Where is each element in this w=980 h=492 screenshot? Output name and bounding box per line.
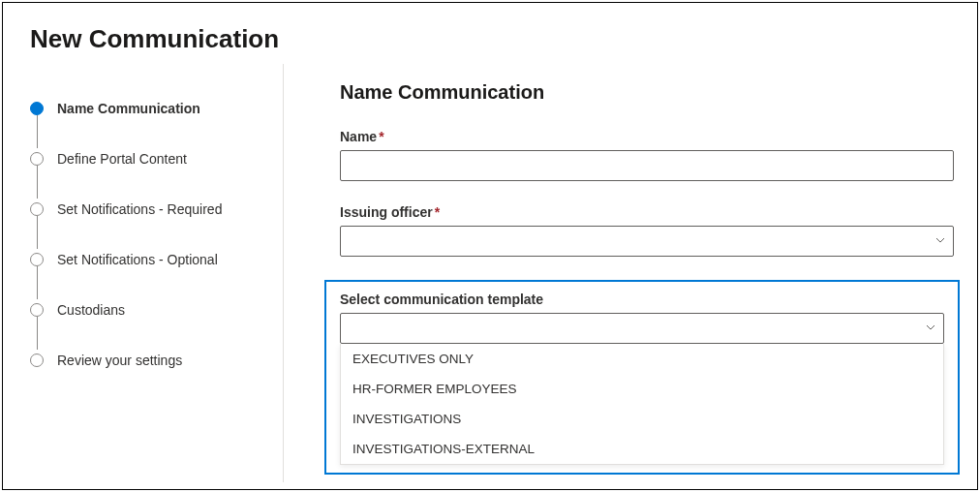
page-title: New Communication	[3, 3, 977, 64]
step-indicator-icon	[30, 253, 44, 266]
template-option[interactable]: INVESTIGATIONS-EXTERNAL	[341, 434, 943, 464]
template-dropdown-list: EXECUTIVES ONLY HR-FORMER EMPLOYEES INVE…	[340, 344, 944, 465]
template-highlight: Select communication template EXECUTIVES…	[324, 280, 960, 475]
step-define-portal-content[interactable]: Define Portal Content	[30, 134, 283, 184]
step-custodians[interactable]: Custodians	[30, 285, 283, 335]
name-input[interactable]	[340, 150, 954, 181]
step-label: Name Communication	[57, 101, 200, 116]
step-indicator-icon	[30, 202, 44, 216]
template-label: Select communication template	[340, 292, 944, 307]
template-select[interactable]	[340, 313, 944, 344]
wizard-steps-sidebar: Name Communication Define Portal Content…	[3, 64, 284, 482]
step-indicator-icon	[30, 303, 44, 317]
step-indicator-icon	[30, 354, 44, 367]
step-connector	[37, 115, 38, 148]
name-field-group: Name*	[340, 129, 954, 181]
officer-label-text: Issuing officer	[340, 204, 433, 220]
step-connector	[37, 216, 38, 249]
step-label: Review your settings	[57, 353, 182, 368]
step-label: Custodians	[57, 302, 125, 318]
form-panel: Name Communication Name* Issuing officer…	[284, 64, 977, 482]
step-indicator-icon	[30, 152, 44, 166]
step-connector	[37, 317, 38, 350]
step-label: Set Notifications - Optional	[57, 252, 218, 267]
step-set-notifications-optional[interactable]: Set Notifications - Optional	[30, 234, 283, 285]
step-name-communication[interactable]: Name Communication	[30, 83, 283, 134]
step-indicator-icon	[30, 102, 44, 115]
template-option[interactable]: HR-FORMER EMPLOYEES	[341, 374, 943, 404]
required-marker: *	[379, 129, 383, 144]
template-option[interactable]: INVESTIGATIONS	[341, 404, 943, 434]
template-option[interactable]: EXECUTIVES ONLY	[341, 344, 943, 374]
officer-field-group: Issuing officer*	[340, 204, 954, 257]
required-marker: *	[435, 204, 440, 220]
officer-select-wrapper	[340, 226, 954, 257]
step-label: Define Portal Content	[57, 151, 187, 167]
section-title: Name Communication	[340, 81, 954, 104]
template-select-wrapper	[340, 313, 944, 344]
step-set-notifications-required[interactable]: Set Notifications - Required	[30, 184, 283, 234]
step-connector	[37, 266, 38, 299]
name-label-text: Name	[340, 129, 377, 144]
step-connector	[37, 166, 38, 199]
name-label: Name*	[340, 129, 954, 144]
step-label: Set Notifications - Required	[57, 201, 222, 217]
officer-label: Issuing officer*	[340, 204, 954, 220]
step-review-settings[interactable]: Review your settings	[30, 335, 283, 385]
officer-select[interactable]	[340, 226, 954, 257]
